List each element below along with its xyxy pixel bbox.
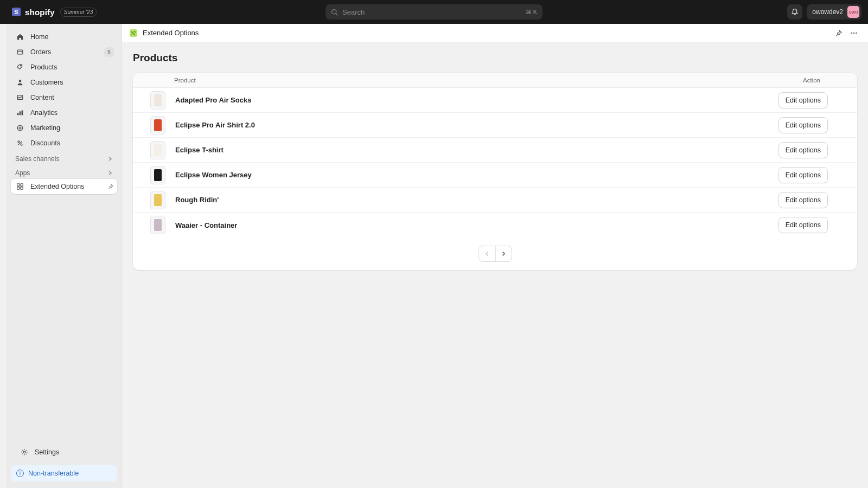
banner-label: Non-transferable bbox=[28, 470, 79, 477]
table-header: Product Action bbox=[133, 73, 857, 88]
svg-rect-6 bbox=[17, 113, 19, 115]
svg-point-4 bbox=[19, 80, 22, 82]
season-tag: Summer '23 bbox=[60, 8, 97, 17]
prev-page-button[interactable] bbox=[479, 246, 495, 261]
col-header-product: Product bbox=[174, 77, 196, 84]
svg-point-9 bbox=[17, 125, 23, 131]
sidebar-item-analytics[interactable]: Analytics bbox=[11, 105, 117, 120]
col-header-action: Action bbox=[803, 77, 847, 84]
product-thumbnail bbox=[150, 91, 165, 110]
home-icon bbox=[15, 32, 25, 42]
sidebar-item-label: Customers bbox=[30, 79, 63, 86]
apps-list: Extended Options bbox=[7, 179, 122, 194]
edit-options-button[interactable]: Edit options bbox=[778, 217, 828, 233]
edit-options-button[interactable]: Edit options bbox=[778, 92, 828, 108]
search-shortcut-hint: ⌘ K bbox=[526, 9, 537, 16]
pin-app-button[interactable] bbox=[832, 27, 845, 40]
svg-rect-16 bbox=[17, 187, 20, 189]
search-input[interactable]: Search ⌘ K bbox=[326, 4, 542, 20]
sidebar-item-content[interactable]: Content bbox=[11, 90, 117, 105]
product-thumbnail bbox=[150, 141, 165, 159]
products-card: Product Action Adapted Pro Air SocksEdit… bbox=[133, 73, 857, 270]
shopify-bag-icon: S bbox=[12, 8, 21, 16]
sidebar-item-settings[interactable]: Settings bbox=[15, 445, 113, 460]
product-name: Eclipse Women Jersey bbox=[175, 171, 252, 179]
product-name: Eclipse T-shirt bbox=[175, 146, 224, 154]
table-row: Adapted Pro Air SocksEdit options bbox=[133, 88, 857, 113]
sidebar-item-marketing[interactable]: Marketing bbox=[11, 120, 117, 136]
settings-wrapper: Settings bbox=[11, 445, 117, 460]
svg-point-12 bbox=[21, 144, 22, 145]
product-thumbnail bbox=[150, 191, 165, 209]
section-label: Sales channels bbox=[15, 155, 59, 163]
edit-options-button[interactable]: Edit options bbox=[778, 167, 828, 183]
sidebar-item-discounts[interactable]: Discounts bbox=[11, 136, 117, 151]
app-logo-icon bbox=[130, 29, 137, 37]
svg-rect-7 bbox=[20, 111, 21, 115]
app-header-title: Extended Options bbox=[143, 29, 199, 37]
topbar: S shopify Summer '23 Search ⌘ K owowdev2… bbox=[0, 0, 868, 24]
sidebar-item-orders[interactable]: Orders 5 bbox=[11, 44, 117, 60]
non-transferable-banner[interactable]: i Non-transferable bbox=[11, 465, 117, 481]
product-name: Rough Ridin' bbox=[175, 196, 219, 204]
search-placeholder: Search bbox=[342, 8, 526, 16]
sidebar-item-customers[interactable]: Customers bbox=[11, 75, 117, 90]
edit-options-button[interactable]: Edit options bbox=[778, 117, 828, 133]
account-name: owowdev2 bbox=[812, 8, 843, 16]
app-header-actions bbox=[832, 27, 860, 40]
edit-options-button[interactable]: Edit options bbox=[778, 192, 828, 208]
svg-point-10 bbox=[19, 127, 21, 129]
topbar-right: owowdev2 owo bbox=[787, 4, 861, 20]
product-name: Eclipse Pro Air Shirt 2.0 bbox=[175, 121, 255, 129]
primary-nav: Home Orders 5 Products Customers Content… bbox=[7, 29, 122, 151]
gear-icon bbox=[20, 447, 29, 457]
chevron-right-icon bbox=[107, 156, 113, 162]
svg-rect-17 bbox=[21, 187, 23, 189]
pagination bbox=[133, 237, 857, 270]
sidebar-item-products[interactable]: Products bbox=[11, 60, 117, 75]
brand-cluster: S shopify Summer '23 bbox=[7, 8, 97, 17]
chevron-left-icon bbox=[484, 251, 490, 257]
sidebar-item-label: Marketing bbox=[30, 124, 60, 132]
svg-point-21 bbox=[856, 32, 857, 33]
search-wrapper: Search ⌘ K bbox=[326, 4, 542, 20]
sidebar-item-label: Products bbox=[30, 63, 57, 71]
account-menu[interactable]: owowdev2 owo bbox=[807, 4, 861, 20]
svg-line-13 bbox=[18, 142, 22, 145]
svg-point-0 bbox=[332, 9, 336, 14]
page-body: Products Product Action Adapted Pro Air … bbox=[122, 42, 868, 280]
sales-channels-section[interactable]: Sales channels bbox=[7, 151, 122, 165]
svg-line-1 bbox=[336, 13, 337, 15]
avatar: owo bbox=[847, 6, 859, 18]
sidebar-item-home[interactable]: Home bbox=[11, 29, 117, 44]
sidebar: Home Orders 5 Products Customers Content… bbox=[7, 24, 122, 488]
sidebar-item-label: Analytics bbox=[30, 109, 58, 117]
search-icon bbox=[331, 9, 338, 16]
svg-point-3 bbox=[20, 65, 21, 66]
product-thumbnail bbox=[150, 116, 165, 134]
more-actions-button[interactable] bbox=[847, 27, 860, 40]
chevron-right-icon bbox=[500, 251, 507, 257]
table-row: Eclipse T-shirtEdit options bbox=[133, 138, 857, 163]
marketing-icon bbox=[15, 123, 25, 133]
sidebar-item-label: Settings bbox=[35, 448, 59, 456]
orders-badge: 5 bbox=[104, 47, 114, 57]
discounts-icon bbox=[15, 138, 25, 148]
svg-point-11 bbox=[18, 141, 20, 143]
sidebar-item-label: Orders bbox=[30, 48, 51, 56]
page-title: Products bbox=[133, 52, 857, 64]
sidebar-item-label: Content bbox=[30, 94, 54, 101]
analytics-icon bbox=[15, 108, 25, 118]
table-body: Adapted Pro Air SocksEdit optionsEclipse… bbox=[133, 88, 857, 237]
next-page-button[interactable] bbox=[495, 246, 512, 261]
notifications-button[interactable] bbox=[787, 4, 802, 20]
edit-options-button[interactable]: Edit options bbox=[778, 142, 828, 158]
sidebar-item-extended-options[interactable]: Extended Options bbox=[11, 179, 117, 194]
product-thumbnail bbox=[150, 166, 165, 184]
pin-icon[interactable] bbox=[107, 183, 114, 190]
customers-icon bbox=[15, 78, 25, 87]
svg-rect-15 bbox=[21, 184, 23, 186]
table-row: Waaier - ContainerEdit options bbox=[133, 213, 857, 237]
product-thumbnail bbox=[150, 216, 165, 234]
apps-section[interactable]: Apps bbox=[7, 165, 122, 179]
